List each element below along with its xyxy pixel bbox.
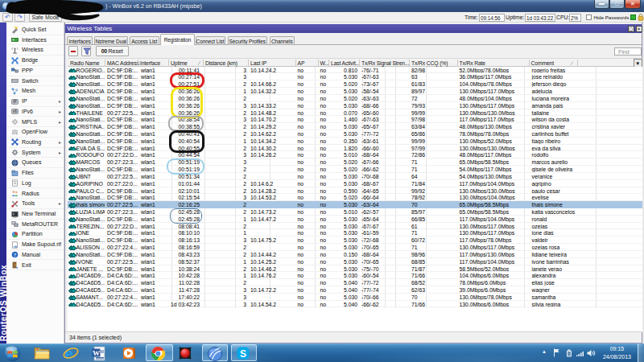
svg-text:v6: v6 [13,110,17,114]
svg-text:?: ? [14,252,16,257]
svg-text:W: W [93,348,100,356]
svg-text:S: S [239,348,246,359]
svg-text:IP: IP [13,100,16,104]
